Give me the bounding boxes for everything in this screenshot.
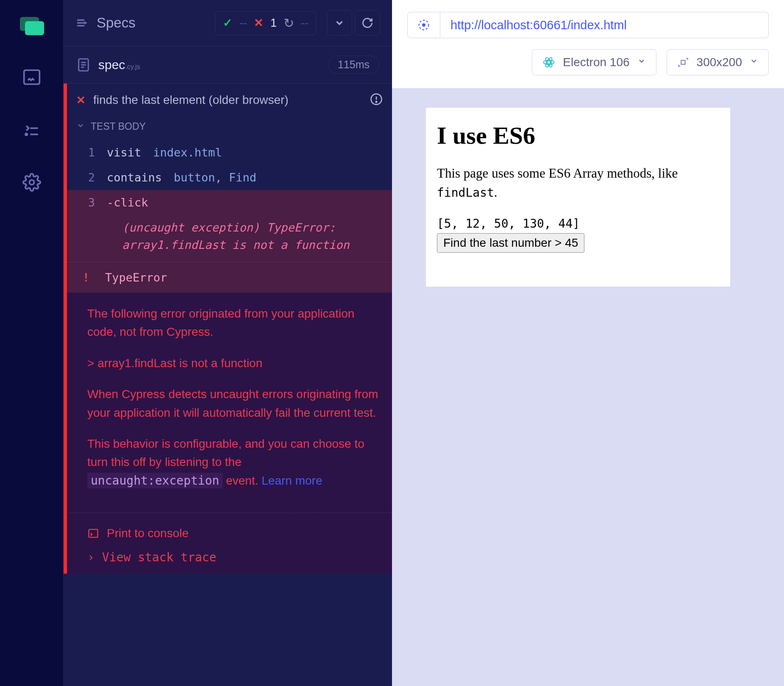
pending-icon: ↻ [284,16,294,31]
warning-icon [370,93,383,107]
browser-label: Electron 106 [563,56,629,69]
test-counts: ✓ -- ✕ 1 ↻ -- [215,11,317,35]
learn-more-link[interactable]: Learn more [261,474,322,487]
fail-count: 1 [270,17,277,30]
reporter-header: Specs ✓ -- ✕ 1 ↻ -- [64,0,392,46]
duration-badge: 115ms [328,56,379,74]
next-button[interactable] [327,10,352,36]
print-to-console-button[interactable]: Print to console [87,521,372,545]
find-last-button[interactable]: Find the last number > 45 [437,233,584,253]
command-num: 1 [81,146,95,159]
error-actions: Print to console › View stack trace [67,513,392,574]
aut-preview-panel: http://localhost:60661/index.html Electr… [392,0,784,686]
browser-selector[interactable]: Electron 106 [532,49,656,75]
spec-file-row[interactable]: spec.cy.js 115ms [64,46,392,84]
command-name: -click [107,196,148,209]
aut-iframe-area: I use ES6 This page uses some ES6 Array … [392,88,784,686]
pill-row: Electron 106 300x200 [392,44,784,88]
page-heading: I use ES6 [437,121,719,150]
command-name: contains [107,171,162,184]
chevron-right-icon: › [87,550,95,564]
test-title-row[interactable]: ✕ finds the last element (older browser) [67,84,392,117]
error-p1: The following error originated from your… [87,304,378,341]
array-text: [5, 12, 50, 130, 44] [437,217,719,231]
view-stack-label: View stack trace [102,550,217,564]
fail-x-icon: ✕ [76,94,86,107]
exception-line: (uncaught exception) TypeError: array1.f… [67,215,392,262]
command-arg: index.html [153,146,222,159]
command-num: 3 [81,196,95,209]
url-input[interactable]: http://localhost:60661/index.html [440,12,769,38]
test-block: ✕ finds the last element (older browser)… [64,84,392,574]
selector-playground-button[interactable] [407,12,440,38]
fail-icon: ✕ [254,16,264,30]
reporter-panel: Specs ✓ -- ✕ 1 ↻ -- spec.cy.js 115ms ✕ f… [64,0,392,686]
pass-count: -- [239,17,247,30]
error-detail: The following error originated from your… [67,293,392,513]
url-bar-row: http://localhost:60661/index.html [392,0,784,44]
error-type-label: TypeError [105,271,167,284]
test-title: finds the last element (older browser) [93,93,289,107]
command-arg: button, Find [174,171,256,184]
chevron-down-icon [76,121,85,132]
svg-point-18 [548,61,551,64]
command-row[interactable]: 1 visit index.html [67,140,392,165]
error-p4: This behavior is configurable, and you c… [87,435,378,490]
command-name: visit [107,146,141,159]
command-row-error[interactable]: 3 -click [67,190,392,215]
pending-count: -- [301,17,309,30]
runs-icon[interactable] [22,120,41,139]
error-p2: > array1.findLast is not a function [87,354,378,372]
page-paragraph: This page uses some ES6 Array methods, l… [437,164,719,202]
pass-icon: ✓ [223,16,233,30]
svg-point-4 [29,180,34,185]
test-body-label: TEST BODY [91,121,146,132]
error-bang-icon: ! [67,271,105,284]
icon-rail [0,0,64,686]
code-chip: uncaught:exception [87,473,222,488]
svg-rect-22 [681,60,685,64]
svg-rect-15 [89,530,98,538]
svg-point-1 [25,134,27,135]
chevron-down-icon [637,57,646,68]
error-p3: When Cypress detects uncaught errors ori… [87,385,378,422]
command-row[interactable]: 2 contains button, Find [67,165,392,190]
app-under-test: I use ES6 This page uses some ES6 Array … [426,108,730,287]
view-stack-trace-button[interactable]: › View stack trace [87,545,372,569]
specs-selector[interactable]: Specs [75,15,136,31]
command-num: 2 [81,171,95,184]
specs-explorer-icon[interactable] [22,68,41,86]
specs-label-text: Specs [97,15,136,31]
test-body-toggle[interactable]: TEST BODY [67,117,392,140]
viewport-label: 300x200 [697,56,742,69]
spec-file-name: spec.cy.js [98,58,140,72]
print-label: Print to console [107,527,189,540]
svg-rect-0 [24,70,39,84]
svg-point-17 [423,24,425,26]
error-type-row[interactable]: ! TypeError [67,262,392,293]
chevron-down-icon [750,57,758,68]
svg-point-14 [376,101,377,103]
settings-icon[interactable] [22,173,41,192]
rerun-button[interactable] [355,10,380,36]
viewport-selector[interactable]: 300x200 [667,49,769,75]
cypress-logo-icon[interactable] [20,17,43,34]
